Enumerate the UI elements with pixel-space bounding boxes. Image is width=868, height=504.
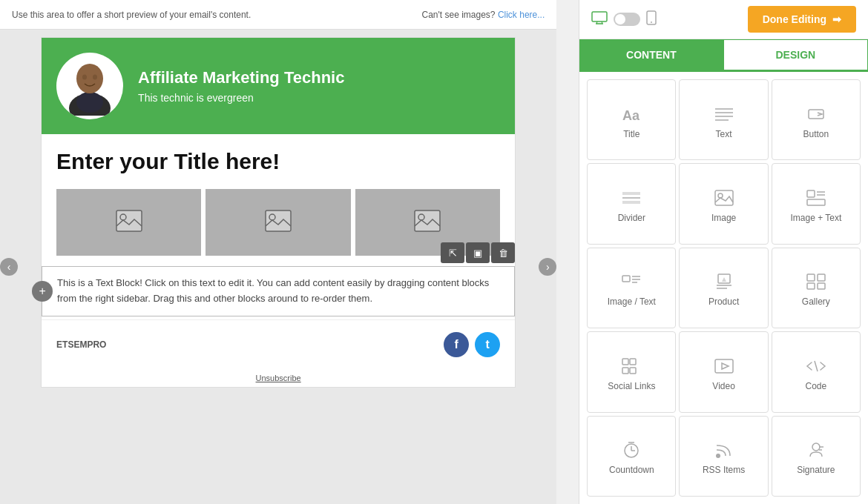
svg-marker-47 (722, 363, 729, 369)
content-item-image-text2[interactable]: Image / Text (587, 248, 676, 328)
text-block-container: ⇱ ▣ 🗑 + This is a Text Block! Click on t… (42, 266, 515, 316)
svg-rect-41 (818, 283, 825, 289)
image-text-label: Image + Text (790, 213, 841, 223)
countdown-label: Countdown (609, 465, 654, 475)
content-item-text[interactable]: Text (679, 79, 768, 160)
content-item-video[interactable]: Video (679, 331, 768, 412)
toolbar-copy-btn[interactable]: ▣ (466, 242, 490, 263)
gallery-icon (806, 273, 826, 291)
svg-point-2 (76, 64, 103, 93)
content-item-product[interactable]: Product (679, 248, 768, 328)
view-toggle[interactable] (614, 13, 640, 26)
svg-rect-21 (622, 192, 640, 195)
title-label: Title (623, 129, 640, 139)
email-title[interactable]: Enter your Title here! (56, 149, 500, 174)
svg-point-54 (812, 443, 820, 451)
done-editing-icon: ➡ (832, 13, 841, 25)
content-item-button[interactable]: Button (772, 79, 861, 160)
svg-line-48 (815, 361, 818, 371)
content-item-image-text[interactable]: Image + Text (772, 163, 861, 244)
scroll-left-button[interactable]: ‹ (0, 258, 18, 276)
rss-items-icon (714, 441, 734, 459)
device-icons (591, 10, 657, 29)
click-here-link[interactable]: Click here... (498, 10, 545, 20)
add-block-button[interactable]: + (32, 281, 53, 302)
text-icon (714, 105, 734, 123)
signature-label: Signature (797, 465, 835, 475)
content-item-gallery[interactable]: Gallery (772, 248, 861, 328)
svg-rect-44 (622, 368, 628, 374)
image-placeholder-2[interactable] (206, 189, 350, 256)
rss-items-label: RSS Items (703, 465, 745, 475)
content-item-rss-items[interactable]: RSS Items (679, 416, 768, 497)
svg-rect-23 (622, 201, 640, 204)
social-links-icon (621, 357, 642, 375)
toolbar-move-btn[interactable]: ⇱ (441, 242, 464, 263)
svg-rect-38 (807, 274, 815, 281)
svg-point-53 (716, 454, 720, 458)
svg-point-14 (651, 21, 652, 23)
svg-rect-9 (415, 210, 440, 231)
social-links-label: Social Links (608, 381, 655, 391)
svg-rect-46 (715, 359, 733, 373)
image-icon-2 (265, 210, 292, 235)
header-tagline: This technic is evergreen (138, 92, 344, 104)
svg-rect-5 (116, 210, 142, 231)
tab-design[interactable]: DESIGN (723, 39, 868, 70)
divider-label: Divider (618, 213, 645, 223)
done-editing-button[interactable]: Done Editing ➡ (748, 6, 856, 33)
code-icon (806, 357, 826, 375)
svg-text:Aa: Aa (622, 108, 640, 123)
facebook-icon[interactable]: f (444, 332, 469, 357)
image-label: Image (711, 213, 736, 223)
text-block-toolbar: ⇱ ▣ 🗑 (441, 242, 515, 263)
cant-see-images: Can't see images? Click here... (422, 10, 545, 20)
countdown-icon (621, 441, 642, 459)
unsubscribe-link[interactable]: Unsubscribe (256, 374, 301, 382)
desktop-icon[interactable] (591, 11, 608, 28)
content-item-divider[interactable]: Divider (587, 163, 676, 244)
tabs: CONTENT DESIGN (579, 39, 868, 72)
svg-rect-11 (592, 12, 607, 21)
product-label: Product (708, 296, 739, 307)
image-text-icon (806, 189, 826, 207)
tab-content[interactable]: CONTENT (579, 39, 723, 70)
header-brand-name: Affiliate Marketing Technic (138, 68, 344, 87)
content-item-social-links[interactable]: Social Links (587, 331, 676, 412)
svg-rect-39 (818, 274, 825, 281)
email-content: Affiliate Marketing Technic This technic… (41, 37, 516, 388)
content-item-title[interactable]: AaTitle (587, 79, 676, 160)
gallery-label: Gallery (802, 296, 830, 307)
content-item-code[interactable]: Code (772, 331, 861, 412)
toolbar-delete-btn[interactable]: 🗑 (491, 242, 515, 263)
image-icon-1 (116, 210, 142, 235)
content-item-countdown[interactable]: Countdown (587, 416, 676, 497)
footer-brand: ETSEMPRO (56, 339, 106, 350)
right-panel: Done Editing ➡ CONTENT DESIGN AaTitleTex… (579, 0, 868, 504)
svg-rect-29 (807, 199, 825, 205)
content-item-signature[interactable]: Signature (772, 416, 861, 497)
svg-rect-42 (622, 359, 628, 365)
text-block-content[interactable]: This is a Text Block! Click on this text… (42, 267, 514, 316)
divider-icon (621, 189, 642, 207)
image-placeholder-1[interactable] (56, 189, 201, 256)
svg-point-4 (93, 75, 97, 80)
image-text2-icon (621, 273, 642, 291)
text-block-wrapper[interactable]: + This is a Text Block! Click on this te… (42, 266, 515, 316)
email-footer: ETSEMPRO f t (42, 319, 515, 369)
twitter-icon[interactable]: t (475, 332, 500, 357)
scroll-right-button[interactable]: › (539, 258, 556, 276)
mobile-icon[interactable] (646, 10, 657, 29)
title-icon: Aa (621, 105, 642, 123)
product-icon (714, 273, 734, 291)
right-panel-header: Done Editing ➡ (579, 0, 868, 39)
unsubscribe-row: Unsubscribe (42, 369, 515, 387)
preview-bar-text: Use this area to offer a short preview o… (12, 10, 251, 20)
svg-rect-43 (630, 359, 636, 365)
content-item-image[interactable]: Image (679, 163, 768, 244)
email-header-banner: Affiliate Marketing Technic This technic… (42, 38, 515, 134)
image-icon (714, 189, 734, 207)
image-text2-label: Image / Text (608, 296, 656, 307)
svg-marker-35 (722, 277, 726, 282)
email-title-block[interactable]: Enter your Title here! (42, 134, 515, 182)
